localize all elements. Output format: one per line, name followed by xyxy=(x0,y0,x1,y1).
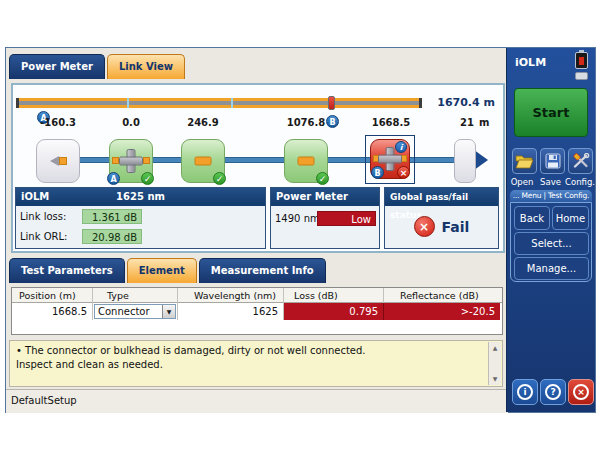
pass-check-icon: ✓ xyxy=(213,172,226,185)
save-disk-icon xyxy=(545,153,561,169)
power-meter-wavelength-label: 1490 nm: xyxy=(275,213,323,224)
tab-element[interactable]: Element xyxy=(127,258,197,283)
type-dropdown[interactable]: Connector ▼ xyxy=(94,304,176,319)
link-element-connector-pass[interactable]: A ✓ xyxy=(109,139,153,183)
nav-button-group: Back Home Select... Manage... xyxy=(510,202,592,282)
current-setup-name: DefaultSetup xyxy=(11,395,77,406)
cell-type: Connector ▼ xyxy=(93,303,178,320)
splice-icon xyxy=(195,157,212,166)
scroll-up-icon[interactable]: ▲ xyxy=(489,344,501,352)
link-element-splice-pass[interactable]: ✓ xyxy=(284,139,328,183)
ruler-tick xyxy=(231,98,233,108)
column-header-wavelength: Wavelength (nm) xyxy=(178,288,284,303)
global-status-indicator: × Fail xyxy=(385,216,498,237)
cell-reflectance: >-20.5 xyxy=(384,303,500,320)
sidebar: iOLM Start xyxy=(506,48,595,412)
distance-unit-label: m xyxy=(479,117,489,128)
power-source-icon xyxy=(575,72,588,80)
tab-test-parameters[interactable]: Test Parameters xyxy=(9,258,125,283)
help-icon: ? xyxy=(545,384,561,400)
global-status-value: Fail xyxy=(442,219,470,235)
element-distance-label: 246.9 xyxy=(187,117,219,128)
note-scrollbar[interactable]: ▲ ▼ xyxy=(488,342,501,385)
select-button[interactable]: Select... xyxy=(514,232,589,255)
link-orl-label: Link ORL: xyxy=(20,231,67,242)
total-link-length: 1670.4 m xyxy=(437,96,495,109)
start-button[interactable]: Start xyxy=(514,88,588,137)
sidebar-app-title: iOLM xyxy=(515,56,546,69)
pass-check-icon: ✓ xyxy=(316,172,329,185)
ruler-end-cap xyxy=(419,98,422,108)
column-header-reflectance: Reflectance (dB) xyxy=(384,288,500,303)
config-label: Config. xyxy=(564,177,596,187)
pass-check-icon: ✓ xyxy=(141,172,154,185)
tool-button-labels: Open Save Config. xyxy=(507,177,596,187)
link-loss-value: 1.361 dB xyxy=(82,209,142,224)
marker-b-badge: B xyxy=(371,166,384,179)
link-element-start[interactable] xyxy=(36,139,80,183)
tab-link-view[interactable]: Link View xyxy=(107,54,185,79)
element-info-icon[interactable]: i xyxy=(395,141,407,153)
column-header-type: Type xyxy=(93,288,178,303)
link-element-splice-pass[interactable]: ✓ xyxy=(181,139,225,183)
link-element-end[interactable] xyxy=(454,139,476,183)
info-button[interactable]: i xyxy=(512,379,538,405)
column-header-position: Position (m) xyxy=(12,288,93,303)
splice-icon xyxy=(298,157,315,166)
power-meter-panel-title: Power Meter xyxy=(276,191,348,202)
exit-button[interactable]: × xyxy=(568,379,594,405)
marker-a-badge: A xyxy=(107,172,120,185)
status-bar: DefaultSetup xyxy=(6,389,508,413)
back-button[interactable]: Back xyxy=(514,206,550,230)
power-meter-panel-header: Power Meter xyxy=(271,188,379,206)
connector-cross-icon xyxy=(378,155,402,164)
diagnostic-note-line2: Inspect and clean as needed. xyxy=(16,358,484,372)
config-tools-icon xyxy=(572,153,590,169)
element-distance-label: -160.3 xyxy=(40,117,76,128)
tab-measurement-info[interactable]: Measurement Info xyxy=(199,258,326,283)
link-orl-value: 20.98 dB xyxy=(82,229,142,244)
fail-cross-icon: × xyxy=(414,216,435,237)
power-meter-panel: Power Meter 1490 nm: Low xyxy=(270,187,380,249)
ruler-marker-b-slider[interactable] xyxy=(328,96,335,110)
home-button[interactable]: Home xyxy=(552,206,589,230)
cell-loss: 0.795 xyxy=(284,303,384,320)
menu-breadcrumb-bar[interactable]: ... Menu | Test Config. xyxy=(510,190,592,202)
marker-b-badge[interactable]: B xyxy=(326,115,339,128)
element-table: Position (m) Type Wavelength (nm) Loss (… xyxy=(11,287,503,335)
element-table-row[interactable]: 1668.5 Connector ▼ 1625 0.795 >-20.5 xyxy=(12,303,502,320)
open-folder-icon xyxy=(515,154,534,169)
link-element-connector-fail-selected[interactable]: i B × xyxy=(370,139,410,179)
element-distance-label: 0.0 xyxy=(122,117,140,128)
info-icon: i xyxy=(517,384,533,400)
iolm-application-window: Power Meter Link View A B 1670.4 m -160.… xyxy=(5,47,596,413)
main-content-area: Power Meter Link View A B 1670.4 m -160.… xyxy=(6,48,508,412)
config-button[interactable] xyxy=(568,148,593,174)
connector-cross-icon xyxy=(119,157,143,166)
cell-wavelength: 1625 xyxy=(178,303,284,320)
battery-icon xyxy=(575,52,588,69)
open-button[interactable] xyxy=(512,148,537,174)
scroll-down-icon[interactable]: ▼ xyxy=(489,375,501,383)
fail-cross-icon: × xyxy=(397,166,410,179)
help-button[interactable]: ? xyxy=(540,379,566,405)
ruler-tick xyxy=(127,98,129,108)
save-button[interactable] xyxy=(540,148,565,174)
dropdown-arrow-icon[interactable]: ▼ xyxy=(162,305,175,318)
iolm-panel-header: iOLM 1625 nm xyxy=(16,188,265,206)
column-header-loss: Loss (dB) xyxy=(284,288,384,303)
link-overview-ruler[interactable] xyxy=(17,98,421,108)
connector-icon xyxy=(112,157,119,164)
manage-button[interactable]: Manage... xyxy=(514,257,589,280)
element-table-header-row: Position (m) Type Wavelength (nm) Loss (… xyxy=(12,288,502,303)
ruler-start-cap xyxy=(16,98,19,108)
top-tab-bar: Power Meter Link View xyxy=(9,54,185,79)
tab-power-meter[interactable]: Power Meter xyxy=(9,54,105,79)
cell-position: 1668.5 xyxy=(12,303,93,320)
link-loss-label: Link loss: xyxy=(20,211,66,222)
save-label: Save xyxy=(537,177,564,187)
diagnostic-note-line1: • The connector or bulkhead is damaged, … xyxy=(16,344,484,358)
element-distance-label: 1076.8 xyxy=(287,117,326,128)
global-status-panel: Global pass/fail status × Fail xyxy=(384,187,499,249)
open-label: Open xyxy=(507,177,537,187)
